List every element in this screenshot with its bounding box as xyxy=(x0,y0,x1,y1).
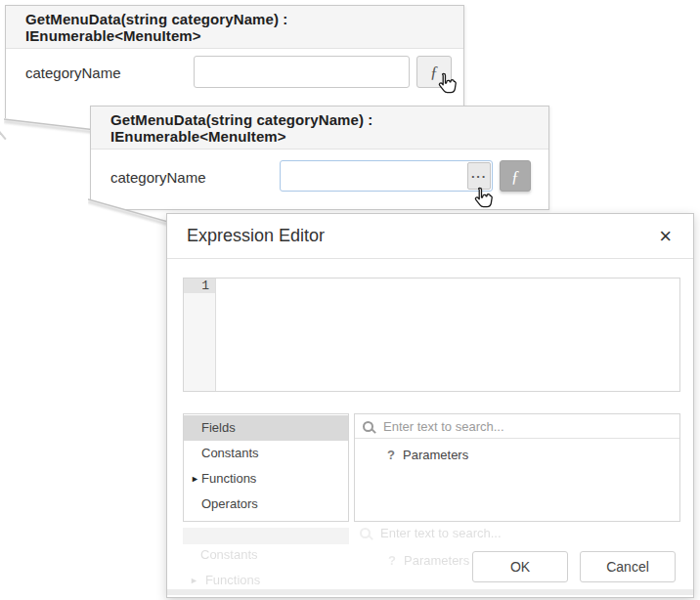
dialog-titlebar: Expression Editor × xyxy=(167,214,693,259)
parameter-value-input[interactable] xyxy=(194,56,410,88)
method-signature: GetMenuData(string categoryName) : IEnum… xyxy=(25,11,444,44)
category-item-fields[interactable]: Fields xyxy=(184,415,348,441)
cancel-button[interactable]: Cancel xyxy=(580,551,676,582)
parameter-value-input[interactable] xyxy=(280,160,493,192)
parameter-name-label: categoryName xyxy=(110,169,206,186)
ghost-category: ► Functions xyxy=(190,573,260,587)
torn-edge-panel-1 xyxy=(4,118,96,136)
ghost-category: Constants xyxy=(200,547,258,562)
parameter-name-label: categoryName xyxy=(25,64,121,81)
method-signature: GetMenuData(string categoryName) : IEnum… xyxy=(110,111,529,145)
function-icon: ƒ xyxy=(511,168,520,185)
expression-editor-dialog: Expression Editor × Constants ► Function… xyxy=(166,213,694,598)
parameter-icon: ? xyxy=(387,448,403,462)
method-signature-header: GetMenuData(string categoryName) : IEnum… xyxy=(91,107,548,150)
ghost-duplicate-content: Constants ► Functions Enter text to sear… xyxy=(167,214,693,597)
dialog-title: Expression Editor xyxy=(187,226,657,246)
tree-item-parameters[interactable]: ? Parameters xyxy=(387,448,679,462)
ellipsis-icon: ··· xyxy=(471,170,487,183)
expression-code-editor: 1 xyxy=(183,278,680,392)
method-signature-header: GetMenuData(string categoryName) : IEnum… xyxy=(6,6,463,49)
ok-button[interactable]: OK xyxy=(472,551,568,582)
ghost-selected-row xyxy=(183,528,349,544)
torn-edge-panel-2 xyxy=(88,197,168,227)
footer-strip xyxy=(167,589,693,595)
category-item-operators[interactable]: Operators xyxy=(184,492,348,517)
close-icon[interactable]: × xyxy=(657,226,674,247)
ghost-search: Enter text to search... xyxy=(360,526,502,540)
line-number-gutter: 1 xyxy=(184,279,216,391)
documentation-composite: GetMenuData(string categoryName) : IEnum… xyxy=(0,0,700,600)
hand-cursor-icon xyxy=(470,185,496,214)
parameter-panel-1: GetMenuData(string categoryName) : IEnum… xyxy=(5,5,464,119)
ghost-parameters: ? Parameters xyxy=(388,553,469,568)
search-icon xyxy=(360,528,371,538)
expression-input-area[interactable] xyxy=(216,279,679,391)
category-list: Fields Constants ► Functions Operators xyxy=(183,413,349,522)
hand-cursor-icon xyxy=(434,70,459,100)
search-input[interactable] xyxy=(383,419,672,434)
expand-arrow-icon[interactable]: ► xyxy=(191,466,199,492)
category-item-functions[interactable]: ► Functions xyxy=(184,466,348,492)
expression-editor-button[interactable]: ƒ xyxy=(500,160,531,192)
line-number: 1 xyxy=(184,279,215,293)
category-item-constants[interactable]: Constants xyxy=(184,441,348,466)
search-icon xyxy=(363,421,373,432)
search-bar xyxy=(355,414,679,439)
items-panel: ? Parameters xyxy=(354,413,680,522)
